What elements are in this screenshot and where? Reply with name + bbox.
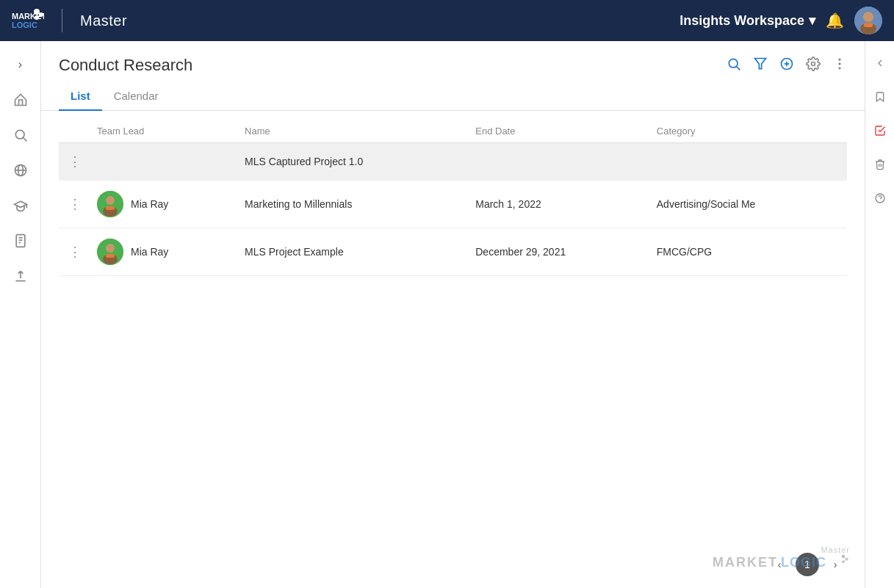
team-lead-cell <box>91 143 239 181</box>
workspace-label: Insights Workspace <box>679 13 804 29</box>
sidebar-item-home[interactable] <box>6 85 35 115</box>
svg-line-12 <box>23 138 26 142</box>
category-cell: Advertising/Social Me <box>651 181 847 228</box>
end-date-cell: March 1, 2022 <box>469 181 651 228</box>
row-menu-cell[interactable]: ⋮ <box>59 228 91 276</box>
sidebar-expand-icon[interactable]: › <box>6 50 35 79</box>
bell-icon[interactable]: 🔔 <box>826 12 844 29</box>
research-table: Team Lead Name End Date Category ⋮ MLS C… <box>59 117 847 276</box>
right-sidebar-checklist[interactable] <box>867 117 893 144</box>
name-cell: MLS Captured Project 1.0 <box>239 143 469 181</box>
content-area: Conduct Research <box>41 41 865 588</box>
col-name: Name <box>239 117 469 143</box>
team-lead-cell: Mia Ray <box>91 228 239 276</box>
graduation-icon <box>13 198 28 213</box>
row-menu-cell[interactable]: ⋮ <box>59 181 91 228</box>
watermark-logo: MARKET LOGIC <box>713 554 850 570</box>
tab-list-label: List <box>71 90 90 102</box>
table-row: ⋮ <box>59 228 847 276</box>
right-sidebar-collapse[interactable] <box>867 50 893 76</box>
workspace-dropdown-icon: ▾ <box>809 12 815 29</box>
svg-point-8 <box>863 12 873 22</box>
more-action-icon[interactable] <box>832 57 847 75</box>
sidebar-item-learn[interactable] <box>6 191 35 220</box>
svg-point-27 <box>812 62 815 65</box>
master-label: Master <box>80 12 127 29</box>
right-sidebar-help[interactable] <box>867 185 893 211</box>
table-container: Team Lead Name End Date Category ⋮ MLS C… <box>41 111 865 541</box>
row-menu-button[interactable]: ⋮ <box>65 244 85 260</box>
logo-divider <box>62 9 62 32</box>
table-row: ⋮ MLS Captured Project 1.0 <box>59 143 847 181</box>
user-avatar-image <box>854 7 882 35</box>
svg-text:LOGIC: LOGIC <box>12 21 37 29</box>
svg-line-45 <box>843 559 847 562</box>
svg-point-32 <box>106 196 115 205</box>
watermark-master-label: Master <box>821 545 850 554</box>
team-lead-name: Mia Ray <box>131 198 168 210</box>
filter-action-icon[interactable] <box>753 57 768 75</box>
team-lead-name: Mia Ray <box>131 246 168 258</box>
end-date-cell: December 29, 2021 <box>469 228 651 276</box>
avatar <box>97 239 123 265</box>
add-action-icon[interactable] <box>779 57 794 75</box>
globe-icon <box>13 163 28 178</box>
sidebar-item-documents[interactable] <box>6 226 35 255</box>
document-icon <box>13 233 28 248</box>
page-title: Conduct Research <box>59 56 192 75</box>
home-icon <box>13 92 28 107</box>
right-sidebar <box>865 41 894 588</box>
row-menu-button[interactable]: ⋮ <box>65 153 85 170</box>
svg-line-22 <box>737 66 740 70</box>
svg-point-21 <box>729 59 738 68</box>
user-avatar-top[interactable] <box>854 7 882 35</box>
header-actions <box>727 57 847 75</box>
logo-area: MARKET LOGIC Master <box>12 7 127 34</box>
svg-marker-23 <box>755 58 766 68</box>
col-team-lead: Team Lead <box>91 117 239 143</box>
search-icon <box>13 128 28 142</box>
svg-rect-38 <box>106 254 115 258</box>
sidebar-item-upload[interactable] <box>6 261 35 291</box>
svg-rect-34 <box>106 206 115 210</box>
tab-calendar-label: Calendar <box>114 90 159 102</box>
table-header: Team Lead Name End Date Category <box>59 117 847 143</box>
row-menu-cell[interactable]: ⋮ <box>59 143 91 181</box>
watermark-logic-label: LOGIC <box>781 555 826 570</box>
end-date-cell <box>469 143 651 181</box>
marketlogic-logo: MARKET LOGIC <box>12 7 44 34</box>
tab-list[interactable]: List <box>59 82 102 111</box>
svg-point-28 <box>839 59 840 60</box>
sidebar-item-search[interactable] <box>6 120 35 150</box>
svg-point-11 <box>15 130 24 139</box>
top-navigation: MARKET LOGIC Master Insights Workspace ▾… <box>0 0 894 41</box>
avatar <box>97 191 123 217</box>
category-cell <box>651 143 847 181</box>
left-sidebar: › <box>0 41 41 588</box>
upload-icon <box>13 269 28 283</box>
row-menu-button[interactable]: ⋮ <box>65 196 85 212</box>
topnav-right: Insights Workspace ▾ 🔔 <box>679 7 882 35</box>
svg-point-29 <box>839 63 840 65</box>
tab-calendar[interactable]: Calendar <box>102 82 170 111</box>
bottom-watermark: Master MARKET LOGIC <box>713 545 850 570</box>
svg-point-36 <box>106 244 115 253</box>
svg-rect-10 <box>864 23 873 27</box>
settings-action-icon[interactable] <box>806 57 821 75</box>
svg-point-30 <box>839 68 840 69</box>
tabs: List Calendar <box>41 82 865 111</box>
watermark-market-label: MARKET <box>713 555 778 570</box>
page-header: Conduct Research <box>41 41 865 75</box>
watermark-icon <box>829 554 850 570</box>
search-action-icon[interactable] <box>727 57 741 75</box>
sidebar-item-globe[interactable] <box>6 156 35 185</box>
team-lead-cell: Mia Ray <box>91 181 239 228</box>
chevron-right-icon: › <box>18 58 22 71</box>
col-category: Category <box>651 117 847 143</box>
name-cell: MLS Project Example <box>239 228 469 276</box>
right-sidebar-trash[interactable] <box>867 151 893 178</box>
right-sidebar-bookmark[interactable] <box>867 84 893 110</box>
main-layout: › <box>0 41 894 588</box>
table-body: ⋮ MLS Captured Project 1.0 ⋮ <box>59 143 847 276</box>
insights-workspace-button[interactable]: Insights Workspace ▾ <box>679 12 815 29</box>
